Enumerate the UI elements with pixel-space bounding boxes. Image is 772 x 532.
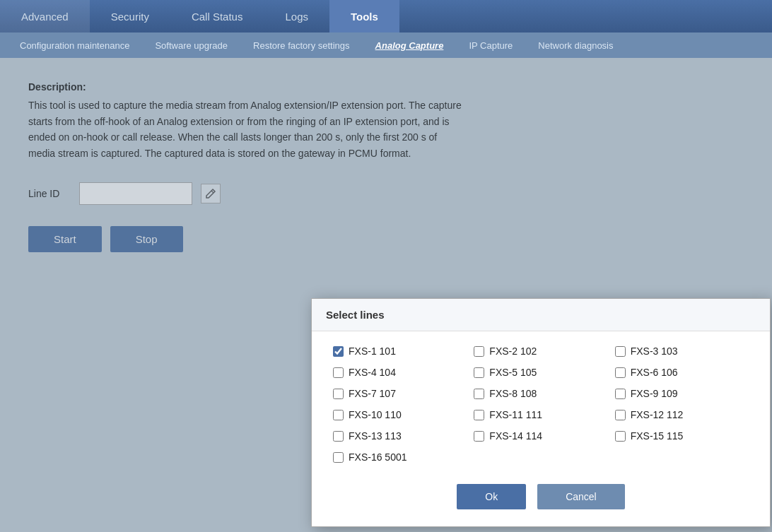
line-label-fxs16: FXS-16 5001: [349, 451, 407, 463]
checkbox-fxs12[interactable]: [615, 410, 626, 420]
line-item-fxs10[interactable]: FXS-10 110: [333, 409, 467, 420]
sub-nav-analog-capture[interactable]: Analog Capture: [363, 32, 457, 58]
line-label-fxs7: FXS-7 107: [349, 388, 396, 399]
line-label-fxs15: FXS-15 115: [631, 430, 684, 442]
nav-item-logs[interactable]: Logs: [264, 0, 329, 32]
line-label-fxs6: FXS-6 106: [631, 367, 678, 378]
checkbox-fxs5[interactable]: [474, 367, 484, 378]
line-item-fxs13[interactable]: FXS-13 113: [333, 430, 467, 442]
line-label-fxs2: FXS-2 102: [489, 345, 537, 357]
line-label-fxs3: FXS-3 103: [631, 345, 678, 357]
checkbox-fxs14[interactable]: [474, 431, 484, 442]
line-item-fxs16[interactable]: FXS-16 5001: [333, 451, 467, 463]
checkbox-fxs11[interactable]: [474, 410, 484, 420]
nav-item-call-status[interactable]: Call Status: [170, 0, 264, 32]
nav-item-security[interactable]: Security: [90, 0, 170, 32]
line-item-fxs11[interactable]: FXS-11 111: [474, 409, 607, 420]
sub-nav-config-maintenance[interactable]: Configuration maintenance: [7, 32, 142, 58]
line-item-fxs15[interactable]: FXS-15 115: [615, 430, 749, 442]
ok-button[interactable]: Ok: [457, 484, 526, 509]
line-label-fxs4: FXS-4 104: [349, 367, 396, 378]
checkbox-fxs16[interactable]: [333, 452, 344, 463]
checkbox-fxs1[interactable]: [333, 346, 344, 357]
line-item-fxs3[interactable]: FXS-3 103: [615, 345, 749, 357]
line-label-fxs9: FXS-9 109: [631, 388, 678, 399]
modal-body: FXS-1 101 FXS-2 102 FXS-3 103 FXS-4 104 …: [312, 331, 770, 477]
sub-nav-software-upgrade[interactable]: Software upgrade: [142, 32, 240, 58]
main-content: Description: This tool is used to captur…: [0, 58, 772, 532]
sub-nav: Configuration maintenance Software upgra…: [0, 32, 772, 58]
line-label-fxs11: FXS-11 111: [489, 409, 542, 420]
sub-nav-restore-factory[interactable]: Restore factory settings: [240, 32, 363, 58]
modal-title: Select lines: [312, 299, 770, 331]
line-label-fxs1: FXS-1 101: [349, 345, 396, 357]
line-label-fxs8: FXS-8 108: [489, 388, 537, 399]
line-item-fxs14[interactable]: FXS-14 114: [474, 430, 607, 442]
checkbox-fxs10[interactable]: [333, 410, 344, 420]
select-lines-modal: Select lines FXS-1 101 FXS-2 102 FXS-3 1…: [311, 298, 771, 527]
modal-footer: Ok Cancel: [312, 477, 770, 509]
line-item-fxs6[interactable]: FXS-6 106: [615, 367, 749, 378]
line-item-fxs1[interactable]: FXS-1 101: [333, 345, 467, 357]
nav-item-tools[interactable]: Tools: [329, 0, 399, 32]
nav-item-advanced[interactable]: Advanced: [0, 0, 90, 32]
checkbox-fxs9[interactable]: [615, 389, 626, 399]
checkbox-fxs4[interactable]: [333, 367, 344, 378]
checkbox-fxs15[interactable]: [615, 431, 626, 442]
line-item-fxs2[interactable]: FXS-2 102: [474, 345, 607, 357]
line-label-fxs5: FXS-5 105: [489, 367, 537, 378]
line-item-fxs7[interactable]: FXS-7 107: [333, 388, 467, 399]
line-item-fxs5[interactable]: FXS-5 105: [474, 367, 607, 378]
checkbox-fxs7[interactable]: [333, 389, 344, 399]
line-item-fxs4[interactable]: FXS-4 104: [333, 367, 467, 378]
checkbox-fxs3[interactable]: [615, 346, 626, 357]
sub-nav-ip-capture[interactable]: IP Capture: [456, 32, 525, 58]
line-label-fxs10: FXS-10 110: [349, 409, 402, 420]
line-label-fxs13: FXS-13 113: [349, 430, 402, 442]
cancel-button[interactable]: Cancel: [537, 484, 625, 509]
line-item-fxs12[interactable]: FXS-12 112: [615, 409, 749, 420]
checkbox-fxs6[interactable]: [615, 367, 626, 378]
line-item-fxs8[interactable]: FXS-8 108: [474, 388, 607, 399]
lines-grid: FXS-1 101 FXS-2 102 FXS-3 103 FXS-4 104 …: [333, 345, 749, 463]
line-label-fxs12: FXS-12 112: [631, 409, 684, 420]
sub-nav-network-diagnosis[interactable]: Network diagnosis: [525, 32, 626, 58]
checkbox-fxs8[interactable]: [474, 389, 484, 399]
top-nav: Advanced Security Call Status Logs Tools: [0, 0, 772, 32]
checkbox-fxs2[interactable]: [474, 346, 484, 357]
line-item-fxs9[interactable]: FXS-9 109: [615, 388, 749, 399]
checkbox-fxs13[interactable]: [333, 431, 344, 442]
line-label-fxs14: FXS-14 114: [489, 430, 542, 442]
